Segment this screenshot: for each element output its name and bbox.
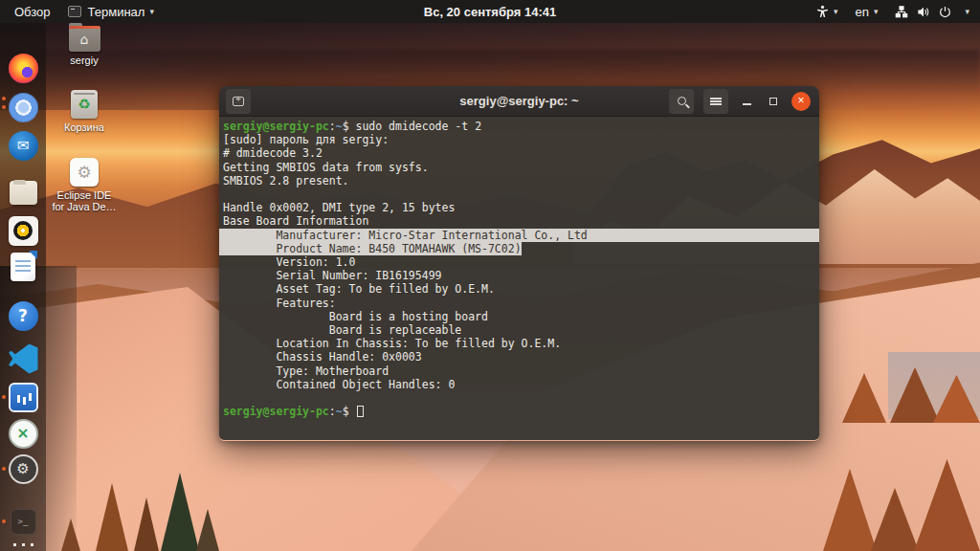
close-button[interactable]: × [791, 92, 811, 111]
firefox-icon [9, 54, 38, 83]
terminal-line: Board is a hosting board [223, 310, 819, 323]
terminal-app-glyph: >_ [18, 518, 29, 526]
top-bar: Обзор Терминал ▾ Вс, 20 сентября 14:41 ▾… [0, 0, 980, 23]
files-icon [10, 181, 37, 205]
dock-item-terminal-app[interactable]: >_ [8, 506, 38, 537]
terminal-line [223, 187, 819, 201]
terminal-line: Getting SMBIOS data from sysfs. [223, 161, 819, 174]
terminal-text: ~ [336, 120, 343, 133]
running-indicator-dot [2, 395, 6, 399]
terminal-line: Contained Object Handles: 0 [223, 378, 819, 391]
terminal-text: ~ [336, 405, 343, 418]
terminal-line: Product Name: B450 TOMAHAWK (MS-7C02) [223, 242, 819, 255]
terminal-text: $ sudo dmidecode -t 2 [343, 120, 481, 133]
dock-item-rhythmbox[interactable] [8, 215, 38, 246]
terminal-text: Board is a hosting board [223, 310, 488, 323]
terminal-text: # dmidecode 3.2 [223, 146, 323, 160]
thunderbird-glyph: ✉ [17, 139, 30, 153]
desktop-icon-trash[interactable]: ♻Корзина [55, 90, 114, 133]
system-menu[interactable]: ▾ [886, 0, 978, 23]
dock-item-monitor[interactable] [8, 382, 38, 412]
terminal-text: sergiy@sergiy-pc [223, 120, 329, 133]
search-icon [678, 97, 686, 105]
terminal-line: SMBIOS 2.8 present. [223, 174, 819, 187]
dock-item-chromium[interactable] [8, 92, 38, 122]
dock-item-settings[interactable]: ⚙ [8, 453, 38, 484]
terminal-text: Contained Object Handles: 0 [223, 378, 455, 391]
terminal-text: sergiy@sergiy-pc [223, 405, 329, 418]
desktop-icon-home-folder[interactable]: ⌂sergiy [55, 26, 114, 66]
dock-item-help[interactable]: ? [8, 300, 38, 331]
app-menu-label: Терминал [88, 5, 145, 19]
terminal-text: Getting SMBIOS data from sysfs. [223, 161, 429, 174]
dock-item-firefox[interactable] [8, 53, 38, 83]
network-icon [895, 6, 908, 18]
menu-button[interactable] [703, 89, 728, 114]
terminal-line: # dmidecode 3.2 [223, 146, 819, 160]
running-indicator-dot [2, 467, 6, 471]
terminal-line: Board is replaceable [223, 323, 819, 337]
terminal-line: sergiy@sergiy-pc:~$ sudo dmidecode -t 2 [223, 120, 819, 133]
terminal-line: Handle 0x0002, DMI type 2, 15 bytes [223, 201, 819, 214]
terminal-line: Version: 1.0 [223, 255, 819, 269]
terminal-text: Version: 1.0 [223, 255, 355, 269]
keyboard-layout-menu[interactable]: en ▾ [846, 0, 886, 23]
dock-item-sync[interactable]: × [8, 418, 38, 449]
terminal-line: Serial Number: IB16195499 [223, 269, 819, 282]
terminal-text: SMBIOS 2.8 present. [223, 174, 349, 187]
sync-glyph: × [16, 426, 29, 441]
terminal-text: Chassis Handle: 0x0003 [223, 350, 422, 364]
dock-item-writer[interactable] [8, 252, 38, 282]
search-button[interactable] [669, 89, 694, 114]
home-folder-glyph: ⌂ [80, 33, 89, 46]
sync-icon: × [9, 419, 38, 449]
dock-item-thunderbird[interactable]: ✉ [8, 130, 38, 161]
dock-item-vscode[interactable] [8, 343, 38, 374]
running-indicator-dot [2, 105, 6, 109]
terminal-text: Base Board Information [223, 214, 368, 228]
app-menu[interactable]: Терминал ▾ [59, 0, 163, 23]
terminal-line: Type: Motherboard [223, 364, 819, 378]
settings-glyph: ⚙ [16, 462, 29, 476]
terminal-titlebar[interactable]: sergiy@sergiy-pc: ~ × [219, 86, 819, 117]
new-tab-button[interactable] [226, 89, 251, 114]
trash-glyph: ♻ [78, 98, 90, 112]
volume-icon [917, 6, 930, 18]
terminal-app-icon: >_ [11, 509, 36, 535]
terminal-text: [sudo] пароль для sergiy: [223, 133, 395, 146]
dock-item-show-apps[interactable] [8, 538, 38, 551]
terminal-line: Base Board Information [223, 214, 819, 228]
terminal-line: Chassis Handle: 0x0003 [223, 350, 819, 364]
terminal-line: [sudo] пароль для sergiy: [223, 133, 819, 146]
maximize-button[interactable] [765, 93, 782, 110]
monitor-icon [9, 383, 38, 412]
terminal-line-selected: Manufacturer: Micro-Star International C… [219, 229, 819, 242]
keyboard-layout-label: en [855, 5, 868, 19]
desktop-icon-eclipse[interactable]: ⚙Eclipse IDEfor Java De… [55, 158, 114, 212]
terminal-content[interactable]: sergiy@sergiy-pc:~$ sudo dmidecode -t 2[… [219, 117, 819, 440]
activities-button[interactable]: Обзор [6, 0, 59, 23]
terminal-text: : [329, 405, 336, 418]
terminal-line [223, 391, 819, 405]
desktop-icon-label: sergiy [70, 55, 98, 66]
home-folder-icon: ⌂ [69, 26, 100, 52]
power-icon [939, 6, 951, 18]
terminal-text: Features: [223, 297, 336, 310]
accessibility-menu[interactable]: ▾ [808, 0, 847, 23]
accessibility-icon [816, 5, 829, 18]
terminal-text: Product Name: B450 TOMAHAWK (MS-7C02) [223, 242, 522, 255]
chevron-down-icon: ▾ [834, 7, 838, 16]
maximize-icon [769, 98, 777, 105]
terminal-window: sergiy@sergiy-pc: ~ × [219, 86, 819, 441]
terminal-app-icon [68, 6, 81, 17]
minimize-button[interactable] [738, 93, 755, 110]
help-icon: ? [9, 301, 38, 331]
close-icon: × [797, 95, 804, 106]
terminal-line: Asset Tag: To be filled by O.E.M. [223, 282, 819, 296]
dock-item-files[interactable] [8, 177, 38, 208]
terminal-text: $ [343, 405, 356, 418]
clock[interactable]: Вс, 20 сентября 14:41 [415, 0, 565, 23]
eclipse-icon: ⚙ [70, 158, 99, 187]
terminal-text: Type: Motherboard [223, 364, 389, 378]
hamburger-menu-icon [710, 98, 722, 105]
